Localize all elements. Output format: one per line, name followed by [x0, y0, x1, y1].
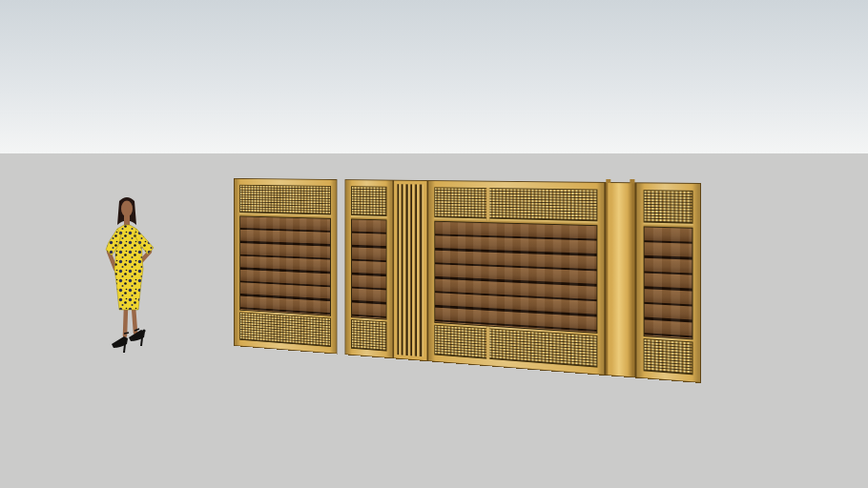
leg-right [134, 307, 135, 333]
scale-figure[interactable] [99, 193, 164, 353]
mesh-band-bottom [644, 338, 693, 375]
mesh-seam-bottom [486, 326, 490, 359]
fence-panel-2 [345, 179, 394, 358]
face [121, 201, 133, 217]
slat-band [239, 216, 331, 316]
panel-gap [337, 179, 344, 355]
mesh-band-bottom [351, 319, 386, 352]
mesh-band-top [351, 186, 386, 216]
fence-perspective-wrap [176, 183, 701, 383]
ankle-strap-front [124, 333, 129, 334]
sky-background [0, 0, 868, 153]
fence-panel-right [635, 182, 701, 383]
mesh-seam-top [486, 188, 490, 220]
leg-left [125, 307, 126, 336]
shoe-front-heel [124, 344, 125, 353]
fence-model[interactable] [234, 178, 701, 383]
model-viewport[interactable] [0, 0, 868, 488]
slat-band [434, 221, 597, 334]
vertical-louver-bars [398, 184, 424, 356]
slat-band [644, 226, 693, 339]
mesh-band-top [434, 187, 597, 221]
slat-band [351, 219, 386, 320]
mesh-band-top [644, 190, 693, 224]
mesh-band-top [239, 185, 331, 215]
fence-panel-left [234, 178, 337, 355]
shoe-back-heel [141, 337, 142, 346]
fence-louver-section [393, 180, 427, 361]
fence-panel-center [427, 180, 605, 376]
shoe-back-bow [142, 329, 145, 332]
fence-post [605, 182, 635, 378]
